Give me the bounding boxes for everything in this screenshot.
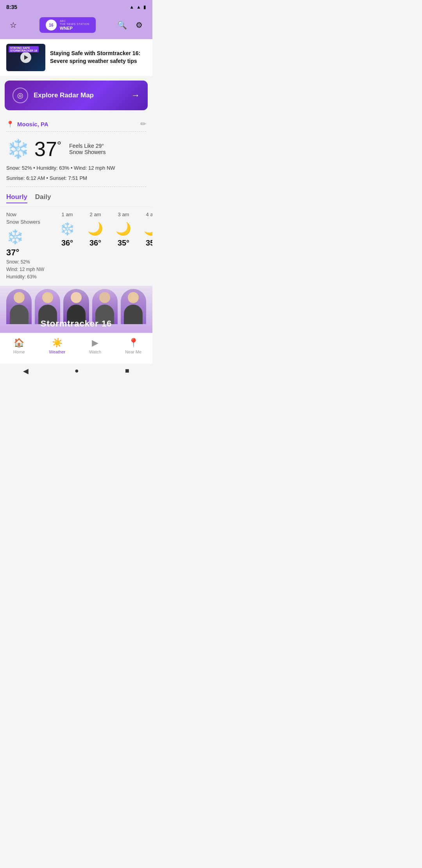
- status-bar: 8:35 ▲ ▲ ▮: [0, 0, 152, 14]
- hour-now-details: Snow: 52% Wind: 12 mph NW Humidity: 63%: [6, 258, 44, 281]
- location-name[interactable]: Moosic, PA: [17, 121, 48, 127]
- nav-label-near-me: Near Me: [125, 350, 141, 354]
- hour-4am-time: 4 am: [146, 212, 152, 217]
- signal-icon: ▲: [129, 4, 134, 10]
- hour-now-time: Now: [6, 212, 16, 217]
- home-button[interactable]: ●: [75, 367, 79, 375]
- hour-4am-temp: 35°: [146, 239, 152, 247]
- play-icon: [24, 55, 28, 60]
- hour-4am-icon: 🌙: [144, 221, 152, 236]
- tab-daily[interactable]: Daily: [35, 193, 51, 203]
- radar-icon: ◎: [17, 91, 23, 100]
- location-row: 📍 Moosic, PA ✏: [0, 115, 152, 131]
- team-section: Stormtracker 16: [0, 286, 152, 333]
- hour-item-3am: 3 am 🌙 35°: [109, 212, 138, 281]
- settings-button[interactable]: ⚙: [132, 18, 146, 32]
- nav-item-home[interactable]: 🏠 Home: [0, 336, 38, 356]
- logo: 16 ABC THE NEWS STATION WNEP: [39, 17, 96, 33]
- feels-like: Feels Like 29°: [69, 143, 106, 149]
- radar-banner[interactable]: ◎ Explore Radar Map →: [5, 81, 148, 110]
- hourly-scroll[interactable]: Now Snow Showers ❄️ 37° Snow: 52% Wind: …: [0, 207, 152, 286]
- location-edit-button[interactable]: ✏: [140, 120, 146, 128]
- hour-now-condition: Snow Showers: [6, 219, 40, 225]
- hour-3am-icon: 🌙: [116, 221, 131, 236]
- hour-2am-temp: 36°: [89, 239, 101, 247]
- radar-arrow-icon: →: [131, 90, 140, 100]
- back-button[interactable]: ◀: [23, 367, 29, 375]
- watch-icon: ▶: [92, 338, 98, 348]
- weather-stats: Snow: 52% • Humidity: 63% • Wind: 12 mph…: [6, 163, 146, 183]
- nav-item-watch[interactable]: ▶ Watch: [76, 336, 114, 356]
- radar-left: ◎ Explore Radar Map: [13, 88, 94, 103]
- hour-item-2am: 2 am 🌙 36°: [81, 212, 109, 281]
- weather-sunrise-sunset: Sunrise: 6:12 AM • Sunset: 7:51 PM: [6, 173, 146, 183]
- weather-temperature: 37°: [34, 139, 61, 159]
- hour-2am-icon: 🌙: [88, 221, 103, 236]
- radar-icon-circle: ◎: [13, 88, 28, 103]
- nav-label-weather: Weather: [49, 350, 65, 354]
- near-me-icon: 📍: [128, 338, 139, 348]
- hour-3am-temp: 35°: [118, 239, 129, 247]
- hour-1am-temp: 36°: [61, 239, 73, 247]
- location-pin-icon: 📍: [6, 120, 14, 128]
- current-weather: ❄️ 37° Feels Like 29° Snow Showers Snow:…: [0, 132, 152, 187]
- news-card[interactable]: STAYING SAFESTORMTRACKER 16 Staying Safe…: [0, 39, 152, 76]
- nav-label-home: Home: [13, 350, 25, 354]
- battery-icon: ▮: [143, 4, 146, 10]
- hour-1am-icon: ❄️: [59, 221, 75, 236]
- radar-label: Explore Radar Map: [34, 91, 94, 99]
- location-left: 📍 Moosic, PA: [6, 120, 48, 128]
- nav-item-weather[interactable]: ☀️ Weather: [38, 336, 77, 356]
- hour-now: Now Snow Showers ❄️ 37° Snow: 52% Wind: …: [6, 212, 53, 281]
- hour-now-temp: 37°: [6, 247, 19, 258]
- logo-area: 16 ABC THE NEWS STATION WNEP: [20, 17, 115, 33]
- news-thumbnail[interactable]: STAYING SAFESTORMTRACKER 16: [6, 44, 45, 71]
- bottom-nav: 🏠 Home ☀️ Weather ▶ Watch 📍 Near Me: [0, 333, 152, 364]
- logo-text: ABC THE NEWS STATION WNEP: [60, 20, 89, 30]
- weather-condition-label: Snow Showers: [69, 149, 106, 155]
- nav-label-watch: Watch: [89, 350, 101, 354]
- gear-icon: ⚙: [136, 20, 143, 30]
- nav-item-near-me[interactable]: 📍 Near Me: [114, 336, 153, 356]
- search-icon: 🔍: [117, 20, 127, 30]
- tab-hourly[interactable]: Hourly: [6, 193, 27, 203]
- weather-icon: ☀️: [52, 338, 63, 348]
- hour-now-icon: ❄️: [6, 229, 24, 245]
- status-icons: ▲ ▲ ▮: [129, 4, 146, 10]
- hour-item-1am: 1 am ❄️ 36°: [53, 212, 81, 281]
- favorite-button[interactable]: ☆: [6, 18, 20, 32]
- wifi-icon: ▲: [136, 4, 141, 10]
- home-icon: 🏠: [14, 338, 24, 348]
- thumbnail-label: STAYING SAFESTORMTRACKER 16: [9, 46, 39, 52]
- weather-stats-line1: Snow: 52% • Humidity: 63% • Wind: 12 mph…: [6, 163, 146, 173]
- weather-main-row: ❄️ 37° Feels Like 29° Snow Showers: [6, 138, 146, 160]
- team-label: Stormtracker 16: [0, 319, 152, 329]
- hour-item-4am: 4 am 🌙 35°: [138, 212, 152, 281]
- status-time: 8:35: [6, 4, 17, 10]
- logo-number: 16: [46, 20, 57, 30]
- hour-1am-time: 1 am: [62, 212, 73, 217]
- hour-2am-time: 2 am: [90, 212, 101, 217]
- system-nav: ◀ ● ■: [0, 364, 152, 380]
- weather-condition-icon: ❄️: [6, 138, 30, 160]
- play-button[interactable]: [20, 52, 31, 63]
- hour-3am-time: 3 am: [118, 212, 129, 217]
- news-title: Staying Safe with Stormtracker 16: Sever…: [50, 50, 146, 65]
- search-button[interactable]: 🔍: [115, 18, 129, 32]
- recents-button[interactable]: ■: [125, 367, 129, 375]
- weather-details: Feels Like 29° Snow Showers: [69, 143, 106, 155]
- header: ☆ 16 ABC THE NEWS STATION WNEP 🔍 ⚙: [0, 14, 152, 39]
- star-icon: ☆: [10, 20, 17, 30]
- tabs-row: Hourly Daily: [0, 187, 152, 207]
